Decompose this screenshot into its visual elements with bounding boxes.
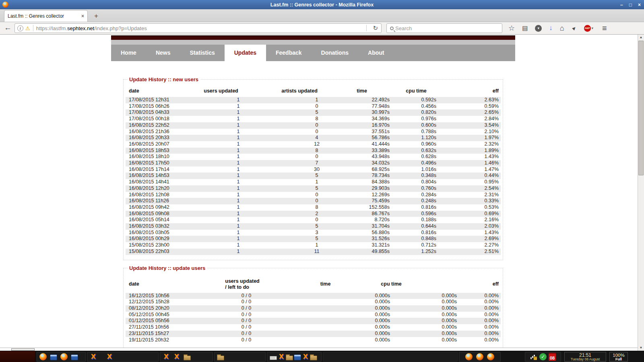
cell: 17/08/2015 00h18: [126, 116, 190, 122]
cell: 0.816s: [393, 204, 440, 211]
horizontal-scrollbar[interactable]: [0, 348, 638, 351]
back-button[interactable]: ←: [4, 23, 12, 32]
home-icon[interactable]: ⌂: [560, 25, 564, 31]
cell: 16/08/2015 12h20: [126, 185, 190, 192]
cell: 0.960s: [393, 141, 440, 148]
messenger-icon[interactable]: [539, 353, 547, 360]
adblock-plus-icon[interactable]: ABP: [584, 25, 591, 32]
column-header-label: artists updated: [281, 88, 318, 94]
calendar-icon[interactable]: 08: [549, 353, 556, 361]
cell: 1: [190, 135, 287, 141]
vertical-scrollbar[interactable]: ▲ ▼: [638, 35, 644, 351]
adblock-plus-button[interactable]: ABP ▾: [584, 25, 594, 32]
firefox-icon[interactable]: [465, 353, 473, 360]
tab-close-icon[interactable]: ×: [81, 13, 84, 19]
cell: 16/08/2015 05h14: [126, 217, 190, 223]
cell: 1.46%: [440, 160, 501, 167]
close-button[interactable]: ×: [638, 2, 641, 8]
terminal-icon[interactable]: [50, 354, 57, 360]
xterm-icon[interactable]: X: [163, 353, 170, 361]
share-plane-icon[interactable]: ►: [570, 24, 578, 32]
xterm-icon[interactable]: X: [278, 353, 285, 361]
cell: 5: [287, 185, 347, 192]
new-tab-button[interactable]: +: [90, 11, 102, 21]
cell: 2.03%: [440, 223, 501, 230]
battery-indicator[interactable]: 100% Full: [609, 352, 628, 362]
terminal-icon[interactable]: [71, 354, 78, 360]
xterm-icon[interactable]: X: [302, 353, 309, 361]
keyboard-icon[interactable]: [270, 356, 277, 360]
url-bar[interactable]: i ⚠ https://lastfm.sephtex.net/index.php…: [14, 23, 382, 33]
nav-item-statistics[interactable]: Statistics: [180, 45, 224, 61]
url-divider: [366, 25, 367, 31]
cell: 0.456s: [393, 103, 440, 110]
url-scheme: https://lastfm.: [36, 25, 67, 31]
cell: 16/08/2015 20h33: [126, 135, 190, 141]
page-info-icon[interactable]: i: [17, 25, 23, 31]
cell: 16/08/2015 11h26: [126, 198, 190, 204]
scroll-up-icon[interactable]: ▲: [638, 35, 644, 40]
header-row: dateusers updatedartists updatedtimecpu …: [126, 85, 501, 97]
network-icon[interactable]: [530, 353, 537, 361]
pocket-icon[interactable]: ▾: [535, 25, 542, 32]
hamburger-menu-icon[interactable]: ≡: [602, 25, 607, 31]
nav-item-updates[interactable]: Updates: [225, 45, 266, 61]
scrollbar-thumb[interactable]: [638, 41, 644, 175]
cell: 0.00%: [460, 305, 501, 312]
cell: 0.000s: [303, 293, 393, 299]
mixed-content-warning-icon[interactable]: ⚠: [25, 25, 30, 31]
cell: 0.000s: [303, 312, 393, 318]
folder-icon[interactable]: [310, 356, 317, 360]
cell: 43.948s: [347, 154, 393, 160]
firefox-icon[interactable]: [39, 353, 47, 360]
folder-icon[interactable]: [217, 356, 224, 360]
cell: 16/08/2015 18h53: [126, 148, 190, 154]
xterm-icon[interactable]: X: [173, 353, 180, 361]
downloads-icon[interactable]: ↓: [549, 25, 553, 31]
search-icon[interactable]: [390, 27, 394, 30]
reading-list-icon[interactable]: ▤: [522, 25, 528, 31]
maximize-button[interactable]: □: [629, 2, 632, 8]
cell: 0.804s: [393, 179, 440, 185]
bookmark-star-icon[interactable]: ☆: [508, 25, 515, 31]
xterm-icon[interactable]: X: [106, 353, 113, 361]
cell: 05/12/2015 00h45: [126, 312, 190, 318]
firefox-icon[interactable]: [476, 353, 483, 360]
taskbar-clock[interactable]: 21:51 Tuesday 08 August: [564, 352, 606, 362]
nav-item-about[interactable]: About: [358, 45, 394, 61]
cell: 1: [190, 217, 287, 223]
cell: 1: [190, 154, 287, 160]
folder-icon[interactable]: [184, 356, 191, 360]
cell: 0.816s: [393, 230, 440, 236]
minimize-button[interactable]: –: [620, 2, 623, 8]
firefox-icon[interactable]: [487, 353, 494, 360]
firefox-icon[interactable]: [60, 353, 68, 360]
nav-item-feedback[interactable]: Feedback: [266, 45, 312, 61]
reload-icon[interactable]: ↻: [373, 25, 378, 32]
nav-item-donations[interactable]: Donations: [312, 45, 358, 61]
cell: 7: [287, 160, 347, 167]
cell: 0: [287, 192, 347, 198]
window-list-panel[interactable]: [0, 351, 35, 362]
cell: 1: [190, 249, 287, 255]
cell: 0.000s: [393, 337, 460, 343]
cell: 0.95%: [440, 179, 501, 185]
scroll-down-icon[interactable]: ▼: [638, 345, 644, 351]
cell: 1: [190, 116, 287, 122]
nav-item-home[interactable]: Home: [111, 45, 146, 61]
xterm-icon[interactable]: X: [90, 353, 97, 361]
nav-item-news[interactable]: News: [146, 45, 180, 61]
terminal-icon[interactable]: [294, 354, 301, 360]
search-bar[interactable]: [386, 23, 502, 33]
folder-icon[interactable]: [286, 356, 293, 360]
taskbar-group: XX: [160, 352, 213, 362]
browser-tab[interactable]: Last.fm :: Genres collector ×: [4, 10, 88, 22]
cell: 2.63%: [440, 97, 501, 103]
cell: 0: [287, 122, 347, 129]
cell: 56.786s: [347, 135, 393, 141]
column-header-label: cpu time: [381, 281, 401, 287]
column-header: cpu time: [393, 274, 460, 293]
cell: 0.000s: [393, 318, 460, 324]
cell: 17/08/2015 12h31: [126, 97, 190, 103]
search-input[interactable]: [395, 25, 502, 31]
